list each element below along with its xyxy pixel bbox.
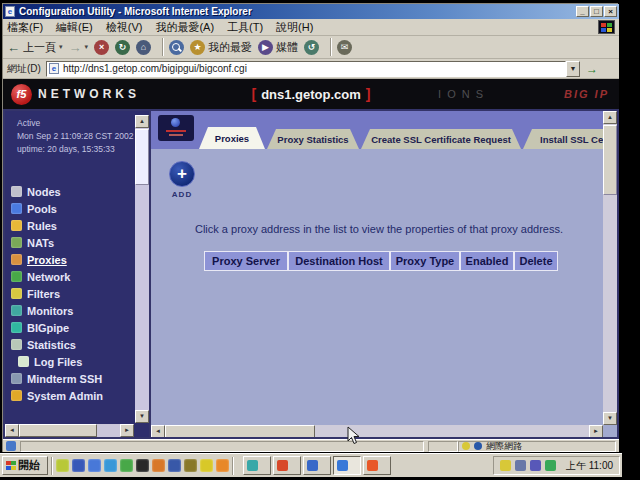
quick-launch-icon[interactable] (200, 459, 213, 472)
stop-button[interactable]: × (94, 40, 109, 55)
refresh-button[interactable]: ↻ (115, 40, 130, 55)
minimize-button[interactable]: _ (576, 6, 589, 17)
media-button[interactable]: ▶ 媒體 (258, 40, 298, 55)
mail-button[interactable]: ✉ (337, 40, 352, 55)
scroll-down-icon[interactable]: ▼ (135, 410, 149, 423)
system-status: Active Mon Sep 2 11:09:28 CST 2002 uptim… (17, 117, 133, 156)
column-enabled: Enabled (460, 251, 514, 271)
status-state: Active (17, 117, 133, 130)
sidebar-item-nats[interactable]: NATs (11, 234, 133, 251)
tray-icon[interactable] (515, 460, 526, 471)
quick-launch-icon[interactable] (136, 459, 149, 472)
sidebar-item-monitors[interactable]: Monitors (11, 302, 133, 319)
start-button[interactable]: 開始 (2, 456, 48, 475)
taskbar-app-button[interactable] (363, 456, 391, 475)
menu-favorites[interactable]: 我的最愛(A) (155, 20, 214, 35)
menu-edit[interactable]: 編輯(E) (56, 20, 93, 35)
refresh-icon: ↻ (115, 40, 130, 55)
quick-launch-icon[interactable] (56, 459, 69, 472)
content-area: Active Mon Sep 2 11:09:28 CST 2002 uptim… (3, 109, 619, 439)
home-button[interactable]: ⌂ (136, 40, 151, 55)
sidebar-vertical-scrollbar[interactable]: ▲ ▼ (135, 115, 149, 423)
sidebar-item-mindterm-ssh[interactable]: Mindterm SSH (11, 370, 133, 387)
tab-proxy-statistics[interactable]: Proxy Statistics (267, 129, 359, 149)
back-icon: ← (7, 40, 20, 55)
bigpipe-icon (11, 322, 22, 333)
taskbar-app-button[interactable] (303, 456, 331, 475)
back-button[interactable]: ← 上一頁 ▾ (7, 40, 63, 55)
video-capture-frame: e Configuration Utility - Microsoft Inte… (0, 0, 640, 480)
menu-view[interactable]: 檢視(V) (106, 20, 143, 35)
main-scroll-thumb[interactable] (603, 125, 617, 195)
forward-button[interactable]: → ▾ (69, 40, 89, 55)
add-proxy-button[interactable]: + (169, 161, 195, 187)
favorites-button[interactable]: ★ 我的最愛 (190, 40, 252, 55)
sidebar-item-proxies[interactable]: Proxies (11, 251, 133, 268)
taskbar-app-button[interactable] (273, 456, 301, 475)
tab-create-ssl-certificate-request[interactable]: Create SSL Certificate Request (361, 129, 521, 149)
ie-app-icon (337, 460, 348, 471)
quick-launch-icon[interactable] (152, 459, 165, 472)
url-page-icon: e (49, 63, 59, 74)
main-hscroll-thumb[interactable] (165, 425, 315, 437)
quick-launch-icon[interactable] (216, 459, 229, 472)
close-button[interactable]: × (604, 6, 617, 17)
go-icon[interactable]: → (586, 62, 598, 76)
taskbar-app-button-active[interactable] (333, 456, 361, 475)
sidebar-hscroll-thumb[interactable] (19, 424, 97, 437)
tray-icon[interactable] (530, 460, 541, 471)
sidebar-item-filters[interactable]: Filters (11, 285, 133, 302)
sidebar-item-nodes[interactable]: Nodes (11, 183, 133, 200)
quick-launch-icon[interactable] (120, 459, 133, 472)
scroll-right-icon[interactable]: ► (120, 424, 134, 437)
scroll-left-icon[interactable]: ◄ (5, 424, 19, 437)
tray-icon[interactable] (545, 460, 556, 471)
back-dropdown-icon[interactable]: ▾ (59, 43, 63, 51)
history-button[interactable]: ↺ (304, 40, 319, 55)
status-bar: 網際網路 (3, 439, 619, 452)
tab-proxies[interactable]: Proxies (199, 127, 265, 149)
ie-page-icon: e (5, 6, 15, 17)
sidebar-item-pools[interactable]: Pools (11, 200, 133, 217)
sidebar-item-network[interactable]: Network (11, 268, 133, 285)
mouse-cursor (347, 426, 360, 449)
scroll-right-icon[interactable]: ► (589, 425, 603, 437)
quick-launch-icon[interactable] (72, 459, 85, 472)
address-dropdown-button[interactable]: ▼ (566, 61, 580, 77)
main-horizontal-scrollbar[interactable]: ◄ ► (151, 425, 603, 437)
ie-browser-window: e Configuration Utility - Microsoft Inte… (2, 3, 618, 452)
main-vertical-scrollbar[interactable]: ▲ ▼ (603, 111, 617, 425)
quick-launch-icon[interactable] (168, 459, 181, 472)
sidebar-nav: Nodes Pools Rules NATs Proxies (11, 183, 133, 404)
sidebar-item-rules[interactable]: Rules (11, 217, 133, 234)
pools-icon (11, 203, 22, 214)
tray-icon[interactable] (500, 460, 511, 471)
menu-file[interactable]: 檔案(F) (7, 20, 43, 35)
sidebar-horizontal-scrollbar[interactable]: ◄ ► (5, 424, 134, 437)
sidebar-item-log-files[interactable]: Log Files (11, 353, 133, 370)
taskbar: 開始 (0, 453, 622, 477)
quick-launch-icon[interactable] (88, 459, 101, 472)
search-button[interactable] (169, 40, 184, 55)
app-icon (367, 460, 378, 471)
quick-launch-icon[interactable] (184, 459, 197, 472)
scroll-left-icon[interactable]: ◄ (151, 425, 165, 437)
address-input[interactable]: e http://dns1.getop.com/bigipgui/bigconf… (46, 61, 566, 77)
sidebar-item-statistics[interactable]: Statistics (11, 336, 133, 353)
url-text: http://dns1.getop.com/bigipgui/bigconf.c… (63, 63, 247, 74)
statistics-icon (11, 339, 22, 350)
network-map-icon[interactable] (158, 115, 194, 141)
scroll-down-icon[interactable]: ▼ (603, 412, 617, 425)
quick-launch-icon[interactable] (104, 459, 117, 472)
taskbar-app-button[interactable] (243, 456, 271, 475)
menu-help[interactable]: 說明(H) (276, 20, 313, 35)
scroll-up-icon[interactable]: ▲ (603, 111, 617, 124)
sidebar-item-system-admin[interactable]: System Admin (11, 387, 133, 404)
menu-tools[interactable]: 工具(T) (227, 20, 263, 35)
forward-dropdown-icon[interactable]: ▾ (85, 43, 89, 51)
sidebar-item-bigpipe[interactable]: BIGpipe (11, 319, 133, 336)
scroll-up-icon[interactable]: ▲ (135, 115, 149, 128)
maximize-button[interactable]: □ (590, 6, 603, 17)
favorites-icon: ★ (190, 40, 205, 55)
sidebar-scroll-thumb[interactable] (135, 129, 149, 185)
